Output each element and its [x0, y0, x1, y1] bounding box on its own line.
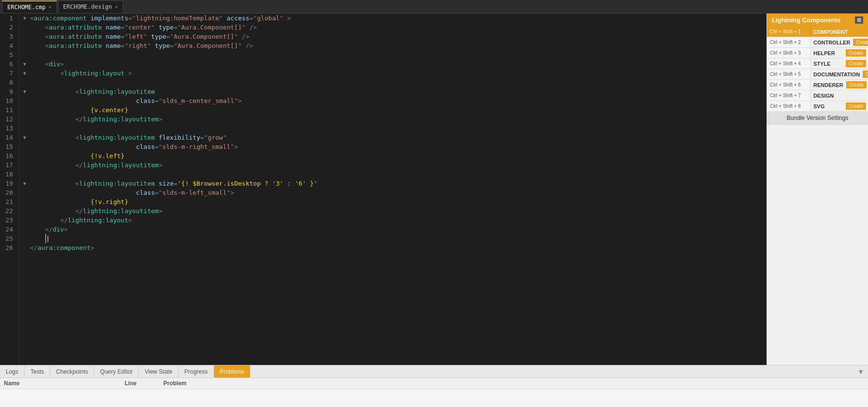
bottom-tabs-container: LogsTestsCheckpointsQuery EditorView Sta…: [0, 365, 250, 378]
panel-row-design[interactable]: Ctrl + Shift + 7DESIGN: [767, 90, 868, 101]
bottom-tab-tests[interactable]: Tests: [25, 365, 50, 378]
bottom-tab-progress[interactable]: Progress: [179, 365, 214, 378]
tab-close-1[interactable]: ×: [115, 4, 118, 10]
tab-1[interactable]: ERCHOME.design×: [58, 0, 123, 13]
bottom-tab-checkpoints[interactable]: Checkpoints: [50, 365, 94, 378]
fold-arrow-7[interactable]: ▼: [23, 69, 30, 78]
bottom-tab-bar: LogsTestsCheckpointsQuery EditorView Sta…: [0, 365, 868, 378]
fold-arrow-12: [23, 115, 30, 124]
fold-arrow-22: [23, 206, 30, 216]
panel-row-controller[interactable]: Ctrl + Shift + 2CONTROLLERCreate: [767, 37, 868, 48]
code-line-3: <aura:attribute name="left" type="Aura.C…: [23, 32, 767, 41]
shortcut-7: Ctrl + Shift + 8: [767, 101, 810, 111]
panel-rows: Ctrl + Shift + 1COMPONENTCtrl + Shift + …: [767, 27, 868, 112]
bottom-content: Name Line Problem: [0, 378, 868, 407]
fold-arrow-24: [23, 225, 30, 234]
bundle-settings-button[interactable]: Bundle Version Settings: [767, 112, 868, 125]
create-button-helper[interactable]: Create: [846, 49, 866, 57]
code-line-7: ▼ <lightning:layout >: [23, 69, 767, 78]
item-name-5: RENDERER: [810, 82, 846, 88]
bottom-tab-problems[interactable]: Problems: [214, 365, 251, 378]
line-number-14: 14: [4, 133, 13, 142]
tab-0[interactable]: ERCHOME.cmp×: [2, 0, 57, 13]
tab-label-1: ERCHOME.design: [63, 3, 112, 10]
fold-arrow-10: [23, 96, 30, 105]
line-number-25: 25: [4, 234, 13, 243]
line-number-16: 16: [4, 151, 13, 160]
code-line-4: <aura:attribute name="right" type="Aura.…: [23, 41, 767, 50]
bottom-tab-logs[interactable]: Logs: [0, 365, 25, 378]
right-panel-title: Lightning Components: [772, 16, 840, 24]
panel-row-documentation[interactable]: Ctrl + Shift + 5DOCUMENTATIONCreate: [767, 69, 868, 80]
fold-arrow-18: [23, 170, 30, 179]
code-line-2: <aura:attribute name="center" type="Aura…: [23, 23, 767, 32]
right-panel-header: Lightning Components ⊠: [767, 14, 868, 27]
line-number-3: 3: [4, 32, 13, 41]
shortcut-1: Ctrl + Shift + 2: [767, 37, 810, 47]
panel-row-renderer[interactable]: Ctrl + Shift + 6RENDERERCreate: [767, 80, 868, 90]
tab-label-0: ERCHOME.cmp: [7, 4, 45, 11]
fold-arrow-2: [23, 23, 30, 32]
problems-table-header: Name Line Problem: [0, 378, 868, 389]
line-number-12: 12: [4, 115, 13, 124]
bottom-tab-query-editor[interactable]: Query Editor: [94, 365, 139, 378]
panel-row-component[interactable]: Ctrl + Shift + 1COMPONENT: [767, 27, 868, 37]
code-line-12: </lightning:layoutitem>: [23, 115, 767, 124]
item-name-1: CONTROLLER: [810, 40, 853, 45]
editor-area[interactable]: 1234567891011121314151617181920212223242…: [0, 14, 767, 365]
main-area: 1234567891011121314151617181920212223242…: [0, 14, 868, 365]
code-line-6: ▼ <div>: [23, 59, 767, 69]
fold-arrow-1[interactable]: ▼: [23, 14, 30, 23]
create-button-style[interactable]: Create: [846, 60, 866, 67]
collapse-right-button[interactable]: ⊠: [855, 16, 863, 24]
bottom-tab-view-state[interactable]: View State: [139, 365, 178, 378]
tab-bar: ERCHOME.cmp×ERCHOME.design×: [0, 0, 868, 14]
code-line-1: ▼<aura:component implements="lightning:h…: [23, 14, 767, 23]
create-button-controller[interactable]: Create: [853, 39, 868, 46]
code-line-24: </div>: [23, 225, 767, 234]
fold-arrow-15: [23, 142, 30, 151]
line-number-11: 11: [4, 105, 13, 115]
line-number-7: 7: [4, 69, 13, 78]
code-line-5: [23, 50, 767, 59]
item-name-7: SVG: [810, 103, 846, 109]
fold-arrow-20: [23, 188, 30, 197]
create-button-renderer[interactable]: Create: [846, 81, 867, 88]
line-number-23: 23: [4, 216, 13, 225]
fold-arrow-3: [23, 32, 30, 41]
col-problem-header: Problem: [163, 380, 864, 387]
code-line-11: {v.center}: [23, 105, 767, 115]
create-button-svg[interactable]: Create: [846, 102, 866, 110]
panel-row-style[interactable]: Ctrl + Shift + 4STYLECreate: [767, 58, 868, 69]
line-number-20: 20: [4, 188, 13, 197]
line-number-13: 13: [4, 124, 13, 133]
shortcut-4: Ctrl + Shift + 5: [767, 69, 810, 79]
fold-arrow-13: [23, 124, 30, 133]
fold-arrow-6[interactable]: ▼: [23, 59, 30, 69]
code-line-17: </lightning:layoutitem>: [23, 160, 767, 170]
panel-row-svg[interactable]: Ctrl + Shift + 8SVGCreate: [767, 101, 868, 112]
create-button-documentation[interactable]: Create: [863, 71, 868, 78]
code-line-20: class="slds-m-left_small">: [23, 188, 767, 197]
line-number-21: 21: [4, 197, 13, 206]
tab-close-0[interactable]: ×: [48, 4, 51, 10]
code-line-8: [23, 78, 767, 87]
shortcut-6: Ctrl + Shift + 7: [767, 90, 810, 101]
code-line-25: |: [23, 234, 767, 243]
fold-arrow-19[interactable]: ▼: [23, 179, 30, 188]
fold-arrow-9[interactable]: ▼: [23, 87, 30, 96]
bottom-panel: LogsTestsCheckpointsQuery EditorView Sta…: [0, 365, 868, 407]
line-number-6: 6: [4, 59, 13, 69]
line-number-19: 19: [4, 179, 13, 188]
line-number-15: 15: [4, 142, 13, 151]
fold-arrow-26: [23, 243, 30, 252]
line-number-17: 17: [4, 160, 13, 170]
item-name-4: DOCUMENTATION: [810, 72, 863, 77]
fold-arrow-11: [23, 105, 30, 115]
shortcut-3: Ctrl + Shift + 4: [767, 58, 810, 69]
bottom-panel-collapse-button[interactable]: ▼: [854, 368, 868, 376]
fold-arrow-8: [23, 78, 30, 87]
fold-arrow-14[interactable]: ▼: [23, 133, 30, 142]
fold-arrow-17: [23, 160, 30, 170]
panel-row-helper[interactable]: Ctrl + Shift + 3HELPERCreate: [767, 48, 868, 58]
